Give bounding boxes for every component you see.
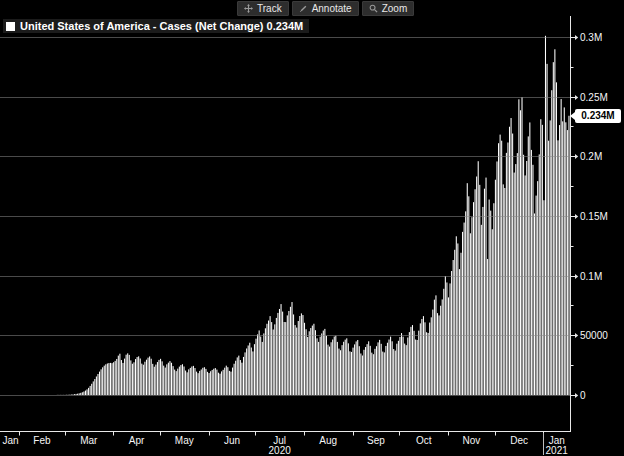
y-tick-arrow-icon [575,95,578,100]
y-axis-labels: 0500000.1M0.15M0.2M0.25M0.3M [571,32,609,401]
y-tick-label: 50000 [580,330,608,341]
x-month-label: Oct [416,435,432,446]
x-axis-labels: JanFebMarAprMayJunJulAugSepOctNovDecJan2… [3,432,569,456]
y-tick-label: 0 [580,390,586,401]
y-tick-arrow-icon [575,35,578,40]
x-month-label: Sep [367,435,385,446]
x-month-label: Jun [224,435,240,446]
y-tick-label: 0.3M [580,32,602,43]
y-tick-label: 0.15M [580,211,608,222]
x-year-label: 2021 [546,445,569,456]
y-tick-arrow-icon [575,214,578,219]
x-year-label: 2020 [269,445,292,456]
cases-net-change-bar-chart: 0500000.1M0.15M0.2M0.25M0.3MJanFebMarApr… [0,0,624,456]
chart-plot-area[interactable] [0,16,570,432]
x-month-label: Jan [3,435,19,446]
y-tick-arrow-icon [575,393,578,398]
y-tick-label: 0.1M [580,271,602,282]
terminal-chart-window: 0500000.1M0.15M0.2M0.25M0.3MJanFebMarApr… [0,0,624,456]
y-tick-label: 0.25M [580,92,608,103]
x-month-label: Dec [510,435,528,446]
x-month-label: Aug [319,435,337,446]
x-month-label: Nov [463,435,481,446]
x-month-label: Mar [80,435,98,446]
y-tick-arrow-icon [575,274,578,279]
x-month-label: Feb [33,435,51,446]
x-month-label: Apr [129,435,145,446]
current-value-tag: 0.234M [575,109,621,123]
y-tick-label: 0.2M [580,151,602,162]
y-tick-arrow-icon [575,333,578,338]
x-month-label: May [175,435,194,446]
y-tick-arrow-icon [575,154,578,159]
